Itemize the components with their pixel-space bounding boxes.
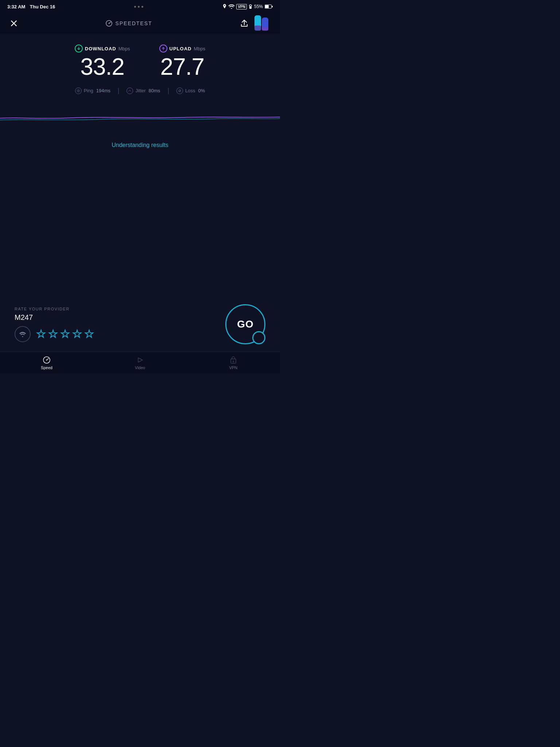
tab-video[interactable]: Video xyxy=(93,356,187,370)
loss-icon xyxy=(176,88,183,94)
top-nav: SPEEDTEST xyxy=(0,13,280,34)
location-icon xyxy=(222,4,227,9)
rate-label: RATE YOUR PROVIDER xyxy=(15,307,94,311)
star-3[interactable]: ★ xyxy=(61,328,70,340)
svg-rect-3 xyxy=(272,6,273,7)
svg-point-7 xyxy=(109,23,110,24)
tab-speed[interactable]: Speed xyxy=(0,356,93,370)
star-5[interactable]: ★ xyxy=(85,328,94,340)
star-1[interactable]: ★ xyxy=(36,328,46,340)
main-content: DOWNLOAD Mbps 33.2 UPLOAD Mbps 27.7 xyxy=(0,34,280,159)
upload-section: UPLOAD Mbps 27.7 xyxy=(159,44,206,80)
wifi-status-icon xyxy=(229,4,234,9)
svg-point-8 xyxy=(78,90,79,92)
battery-icon xyxy=(265,4,273,9)
stars-rating[interactable]: ★ ★ ★ ★ ★ xyxy=(36,328,94,340)
upload-value: 27.7 xyxy=(160,54,205,80)
provider-wifi-icon xyxy=(15,326,31,342)
loss-stat: Loss 0% xyxy=(169,88,212,94)
svg-point-9 xyxy=(77,89,80,92)
speed-results: DOWNLOAD Mbps 33.2 UPLOAD Mbps 27.7 xyxy=(0,41,280,83)
upload-icon xyxy=(159,44,167,53)
ping-icon xyxy=(75,88,82,94)
video-tab-label: Video xyxy=(135,365,145,370)
status-icons: VPN 55% xyxy=(222,4,273,9)
top-nav-right xyxy=(238,14,273,33)
provider-section: RATE YOUR PROVIDER M247 ★ ★ ★ ★ ★ xyxy=(15,307,94,342)
svg-rect-0 xyxy=(249,6,252,9)
download-label: DOWNLOAD Mbps xyxy=(75,44,130,53)
status-time: 3:32 AM Thu Dec 16 xyxy=(7,3,55,10)
app-cluster-icon[interactable] xyxy=(254,14,273,33)
tab-vpn[interactable]: VPN xyxy=(187,356,280,370)
tab-bar: Speed Video VPN xyxy=(0,352,280,374)
star-4[interactable]: ★ xyxy=(73,328,82,340)
download-value: 33.2 xyxy=(80,54,124,80)
status-bar: 3:32 AM Thu Dec 16 VPN 55% xyxy=(0,0,280,13)
lock-status-icon xyxy=(249,4,252,9)
video-tab-icon xyxy=(136,356,144,364)
go-button[interactable]: GO xyxy=(225,304,265,344)
download-icon xyxy=(75,44,83,53)
speedtest-logo-icon xyxy=(106,20,112,27)
share-button[interactable] xyxy=(238,17,251,30)
understanding-results-link[interactable]: Understanding results xyxy=(0,131,280,159)
status-dots xyxy=(134,6,143,8)
ping-stat: Ping 194ms xyxy=(68,88,118,94)
speed-tab-icon xyxy=(42,356,51,364)
speed-graph xyxy=(0,102,280,131)
provider-name: M247 xyxy=(15,313,94,322)
bottom-section: RATE YOUR PROVIDER M247 ★ ★ ★ ★ ★ GO xyxy=(0,297,280,352)
svg-point-12 xyxy=(46,360,47,361)
provider-row: ★ ★ ★ ★ ★ xyxy=(15,326,94,342)
vpn-tab-label: VPN xyxy=(229,365,238,370)
jitter-icon xyxy=(127,88,133,94)
upload-label: UPLOAD Mbps xyxy=(159,44,206,53)
app-title: SPEEDTEST xyxy=(106,20,152,27)
jitter-stat: Jitter 80ms xyxy=(119,88,167,94)
svg-rect-2 xyxy=(265,5,269,8)
download-section: DOWNLOAD Mbps 33.2 xyxy=(75,44,130,80)
speed-tab-label: Speed xyxy=(41,365,52,370)
close-button[interactable] xyxy=(7,17,20,30)
star-2[interactable]: ★ xyxy=(48,328,58,340)
vpn-tab-icon xyxy=(229,356,238,364)
go-label: GO xyxy=(237,318,254,330)
stats-row: Ping 194ms | Jitter 80ms | Loss 0% xyxy=(0,83,280,98)
